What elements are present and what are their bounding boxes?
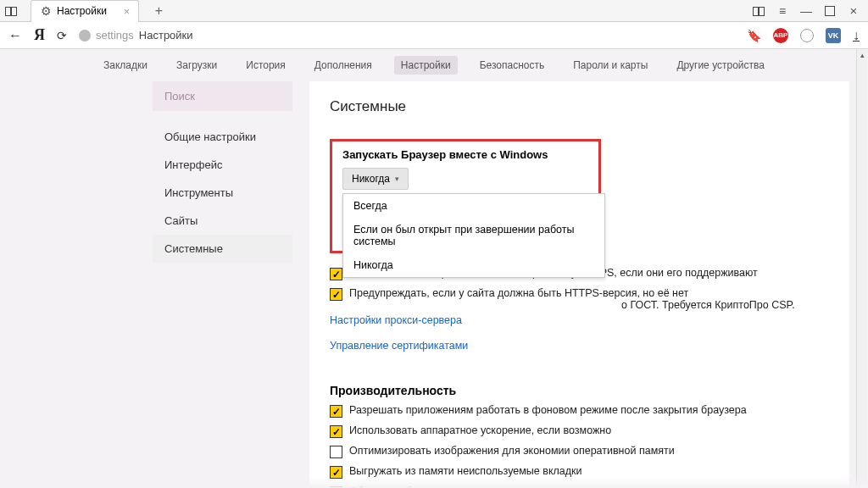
checkbox-label: Предупреждать, если у сайта должна быть … [349, 287, 688, 299]
startup-dropdown[interactable]: Никогда ▾ [342, 168, 409, 190]
window-minimize-icon[interactable]: — [800, 5, 812, 17]
settings-topnav: ЗакладкиЗагрузкиИсторияДополненияНастрой… [0, 49, 868, 81]
tabs-overview-icon[interactable] [753, 5, 765, 17]
settings-link[interactable]: Управление сертификатами [330, 340, 468, 352]
checkbox[interactable] [330, 446, 342, 458]
checkbox[interactable] [330, 425, 342, 438]
tab-favicon: ⚙ [40, 5, 52, 17]
vertical-scrollbar[interactable]: ▴ [856, 49, 867, 488]
browser-tab[interactable]: ⚙ Настройки × [31, 0, 139, 22]
sidebar-item[interactable]: Общие настройки [153, 123, 292, 151]
new-tab-button[interactable]: + [153, 5, 164, 17]
translate-icon[interactable] [800, 29, 814, 42]
menu-icon[interactable]: ≡ [776, 5, 788, 17]
tab-title: Настройки [57, 5, 107, 17]
startup-section-highlight: Запускать Браузер вместе с Windows Никог… [330, 139, 601, 253]
checkbox-label: Выгружать из памяти неиспользуемые вклад… [349, 465, 582, 477]
chevron-down-icon: ▾ [395, 175, 399, 183]
site-info-icon[interactable] [79, 30, 91, 42]
nav-back-button[interactable]: ← [8, 28, 22, 43]
topnav-item[interactable]: Другие устройства [670, 56, 771, 75]
adblock-icon[interactable]: ABP [773, 28, 788, 43]
topnav-item[interactable]: Безопасность [473, 56, 552, 75]
url-page: Настройки [139, 29, 193, 42]
sidebar-item[interactable]: Системные [153, 235, 292, 263]
topnav-item[interactable]: Пароли и карты [566, 56, 654, 75]
topnav-item[interactable]: Настройки [394, 56, 458, 75]
tab-close-icon[interactable]: × [124, 5, 131, 18]
checkbox[interactable] [330, 405, 342, 418]
dropdown-option[interactable]: Никогда [343, 253, 604, 277]
checkbox-row: Разрешать приложениям работать в фоновом… [330, 404, 829, 418]
window-close-icon[interactable]: × [848, 5, 860, 17]
checkbox[interactable] [330, 466, 342, 479]
window-maximize-icon[interactable] [824, 5, 836, 17]
checkbox-label: Использовать аппаратное ускорение, если … [349, 424, 611, 436]
yandex-home-button[interactable]: Я [34, 26, 45, 44]
settings-page: ▴ ЗакладкиЗагрузкиИсторияДополненияНастр… [0, 49, 868, 488]
bottom-fade [0, 478, 868, 488]
nav-reload-button[interactable]: ⟳ [57, 29, 67, 42]
startup-dropdown-menu: ВсегдаЕсли он был открыт при завершении … [342, 193, 605, 278]
checkbox[interactable] [330, 288, 342, 301]
url-prefix: settings [96, 29, 134, 42]
checkbox-row: Выгружать из памяти неиспользуемые вклад… [330, 465, 829, 479]
topnav-item[interactable]: Дополнения [308, 56, 379, 75]
topnav-item[interactable]: Закладки [97, 56, 154, 75]
url-display[interactable]: settings Настройки [79, 29, 193, 42]
gost-trailing-text: о ГОСТ. Требуется КриптоПро CSP. [621, 299, 795, 311]
settings-link[interactable]: Настройки прокси-сервера [330, 314, 462, 326]
panel-toggle-icon[interactable] [5, 5, 17, 17]
checkbox[interactable] [330, 268, 342, 280]
topnav-item[interactable]: Загрузки [170, 56, 224, 75]
performance-title: Производительность [330, 384, 829, 397]
sidebar-item[interactable]: Инструменты [153, 179, 292, 207]
checkbox-row: Использовать аппаратное ускорение, если … [330, 424, 829, 438]
settings-panel: Системные Запускать Браузер вместе с Win… [309, 81, 849, 488]
dropdown-option[interactable]: Если он был открыт при завершении работы… [343, 218, 604, 253]
checkbox-row: Оптимизировать изображения для экономии … [330, 445, 829, 458]
vk-icon[interactable]: VK [826, 28, 841, 43]
downloads-icon[interactable]: ↓ [853, 28, 860, 43]
sidebar-search[interactable]: Поиск [153, 81, 292, 111]
sidebar-item[interactable]: Сайты [153, 207, 292, 235]
checkbox-label: Разрешать приложениям работать в фоновом… [349, 404, 747, 416]
address-bar: ← Я ⟳ settings Настройки 🔖 ABP VK ↓ [0, 22, 868, 49]
sidebar-item[interactable]: Интерфейс [153, 151, 292, 179]
window-titlebar: ⚙ Настройки × + ≡ — × [0, 0, 868, 22]
dropdown-option[interactable]: Всегда [343, 194, 604, 218]
bookmark-icon[interactable]: 🔖 [747, 29, 761, 42]
topnav-item[interactable]: История [239, 56, 292, 75]
startup-label: Запускать Браузер вместе с Windows [342, 148, 588, 161]
settings-sidebar: Поиск Общие настройкиИнтерфейсИнструмент… [153, 81, 292, 488]
checkbox-label: Оптимизировать изображения для экономии … [349, 445, 675, 457]
startup-dropdown-value: Никогда [352, 173, 390, 185]
panel-title: Системные [330, 98, 829, 115]
